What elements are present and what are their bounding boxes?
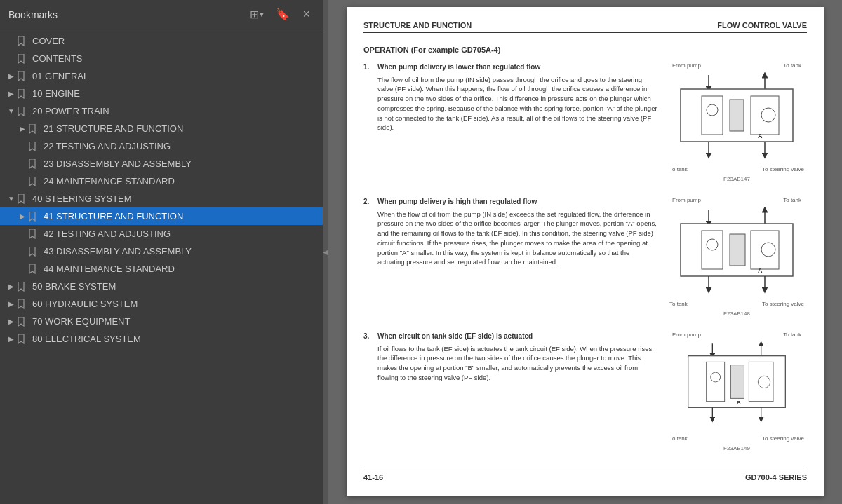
bookmark-label-80-electrical: 80 ELECTRICAL SYSTEM: [32, 334, 317, 344]
expand-arrow-20-power-train[interactable]: [6, 107, 17, 115]
bookmark-label-60-hydraulic: 60 HYDRAULIC SYSTEM: [32, 299, 317, 309]
item-title-2: When pump delivery is high than regulate…: [377, 196, 658, 207]
bookmark-item-20-power-train[interactable]: 20 POWER TRAIN: [0, 102, 323, 120]
header-icons: ⊞ ▼ 🔖 ×: [247, 6, 314, 23]
bookmark-label-44-maintenance: 44 MAINTENANCE STANDARD: [44, 264, 317, 274]
bookmark-icon-20-power-train: [17, 107, 28, 116]
bookmark-icon-44-maintenance: [28, 264, 39, 274]
bookmark-item-80-electrical[interactable]: 80 ELECTRICAL SYSTEM: [0, 330, 323, 348]
bookmark-label-cover: COVER: [32, 36, 317, 46]
valve-diagram-1: A: [667, 71, 807, 163]
item-body-3: If oil flows to the tank (EF side) is ac…: [377, 344, 658, 383]
bookmark-item-21-structure[interactable]: 21 STRUCTURE AND FUNCTION: [0, 120, 323, 137]
svg-rect-5: [730, 100, 744, 131]
page-number: 41-16: [363, 473, 383, 482]
bookmark-icon-40-steering: [17, 194, 28, 204]
pdf-viewer[interactable]: STRUCTURE AND FUNCTION FLOW CONTROL VALV…: [328, 0, 842, 504]
bookmark-icon-24-maintenance: [28, 177, 39, 186]
section-2: From pump To tank: [363, 196, 807, 324]
bookmark-item-70-work-equipment[interactable]: 70 WORK EQUIPMENT: [0, 313, 323, 330]
item-1: 1. When pump delivery is lower than regu…: [363, 62, 658, 133]
bookmark-item-cover[interactable]: COVER: [0, 32, 323, 50]
to-steering-label-3: To steering valve: [762, 435, 804, 443]
bookmark-add-button[interactable]: 🔖: [273, 6, 293, 22]
bookmark-icon-60-hydraulic: [17, 299, 28, 309]
bookmark-item-43-disassembly[interactable]: 43 DISASSEMBLY AND ASSEMBLY: [0, 243, 323, 260]
item-body-1: The flow of oil from the pump (IN side) …: [377, 75, 658, 133]
item-number-2: 2.: [363, 196, 373, 268]
bookmark-item-60-hydraulic[interactable]: 60 HYDRAULIC SYSTEM: [0, 295, 323, 313]
section-3: From pump To tank: [363, 331, 807, 458]
page-footer: 41-16 GD700-4 SERIES: [363, 470, 807, 482]
bookmark-label-22-testing: 22 TESTING AND ADJUSTING: [44, 141, 317, 151]
expand-arrow-10-engine[interactable]: [6, 90, 17, 97]
item-title-3: When circuit on tank side (EF side) is a…: [377, 331, 658, 341]
bookmark-item-23-disassembly[interactable]: 23 DISASSEMBLY AND ASSEMBLY: [0, 155, 323, 172]
valve-diagram-2: A: [667, 206, 807, 297]
item-content-2: When pump delivery is high than regulate…: [377, 196, 658, 268]
page-content: OPERATION (For example GD705A-4) From pu…: [363, 44, 807, 458]
grid-icon: ⊞: [250, 8, 259, 21]
expand-arrow-70-work-equipment[interactable]: [6, 318, 17, 325]
bookmark-item-01-general[interactable]: 01 GENERAL: [0, 67, 323, 85]
bookmark-icon-22-testing: [28, 142, 39, 151]
bookmark-item-42-testing[interactable]: 42 TESTING AND ADJUSTING: [0, 225, 323, 243]
to-tank-label-2b: To tank: [669, 300, 688, 308]
expand-arrow-41-structure[interactable]: [17, 212, 28, 220]
bookmark-item-44-maintenance[interactable]: 44 MAINTENANCE STANDARD: [0, 260, 323, 278]
expand-arrow-21-structure[interactable]: [17, 125, 28, 132]
to-tank-label-3: To tank: [783, 331, 801, 339]
bookmark-icon-01-general: [17, 71, 28, 81]
to-steering-label-2: To steering valve: [762, 300, 804, 308]
svg-rect-16: [730, 234, 745, 266]
expand-arrow-50-brake[interactable]: [6, 282, 17, 290]
expand-arrow-80-electrical[interactable]: [6, 335, 17, 343]
diagram-label-1: F23AB147: [667, 175, 807, 184]
pdf-page: STRUCTURE AND FUNCTION FLOW CONTROL VALV…: [347, 7, 824, 496]
svg-text:A: A: [758, 132, 763, 139]
header-left: STRUCTURE AND FUNCTION: [363, 21, 472, 29]
bookmark-item-41-structure[interactable]: 41 STRUCTURE AND FUNCTION: [0, 207, 323, 225]
bookmark-icon-41-structure: [28, 212, 39, 222]
bookmark-label-23-disassembly: 23 DISASSEMBLY AND ASSEMBLY: [44, 158, 317, 169]
to-tank-label-3b: To tank: [669, 435, 688, 443]
from-pump-label-1: From pump: [672, 62, 701, 70]
item-content-1: When pump delivery is lower than regulat…: [377, 62, 658, 133]
header-right: FLOW CONTROL VALVE: [717, 21, 807, 29]
panel-header: Bookmarks ⊞ ▼ 🔖 ×: [0, 0, 323, 29]
close-button[interactable]: ×: [298, 6, 314, 23]
chevron-down-icon: ▼: [259, 11, 265, 18]
panel-resizer[interactable]: [323, 0, 328, 504]
operation-title: OPERATION (For example GD705A-4): [363, 44, 807, 56]
svg-text:B: B: [737, 400, 741, 406]
bookmark-item-contents[interactable]: CONTENTS: [0, 50, 323, 67]
valve-diagram-3: B: [667, 341, 807, 432]
bookmark-label-40-steering: 40 STEERING SYSTEM: [32, 193, 317, 204]
bookmark-label-42-testing: 42 TESTING AND ADJUSTING: [44, 229, 317, 239]
bookmark-item-40-steering[interactable]: 40 STEERING SYSTEM: [0, 190, 323, 207]
bookmark-item-22-testing[interactable]: 22 TESTING AND ADJUSTING: [0, 137, 323, 155]
bookmark-item-24-maintenance[interactable]: 24 MAINTENANCE STANDARD: [0, 172, 323, 190]
item-content-3: When circuit on tank side (EF side) is a…: [377, 331, 658, 383]
item-2: 2. When pump delivery is high than regul…: [363, 196, 658, 268]
expand-arrow-01-general[interactable]: [6, 72, 17, 80]
bookmark-icon-contents: [17, 54, 28, 64]
item-title-1: When pump delivery is lower than regulat…: [377, 62, 658, 72]
bookmark-item-50-brake[interactable]: 50 BRAKE SYSTEM: [0, 278, 323, 295]
diagram-label-2: F23AB148: [667, 310, 807, 318]
bookmark-icon-80-electrical: [17, 334, 28, 344]
view-options-button[interactable]: ⊞ ▼: [247, 6, 268, 22]
to-tank-label-1b: To tank: [669, 165, 688, 174]
expand-arrow-60-hydraulic[interactable]: [6, 300, 17, 308]
diagram-2: From pump To tank: [667, 196, 807, 318]
page-header: STRUCTURE AND FUNCTION FLOW CONTROL VALV…: [363, 21, 807, 33]
from-pump-label-2: From pump: [672, 196, 701, 205]
item-number-1: 1.: [363, 62, 373, 133]
expand-arrow-40-steering[interactable]: [6, 195, 17, 203]
panel-title: Bookmarks: [8, 9, 58, 20]
from-pump-label-3: From pump: [672, 331, 701, 339]
bookmark-label-50-brake: 50 BRAKE SYSTEM: [32, 281, 317, 292]
to-tank-label-2: To tank: [783, 196, 801, 205]
bookmark-label-24-maintenance: 24 MAINTENANCE STANDARD: [44, 176, 317, 186]
bookmark-item-10-engine[interactable]: 10 ENGINE: [0, 85, 323, 102]
